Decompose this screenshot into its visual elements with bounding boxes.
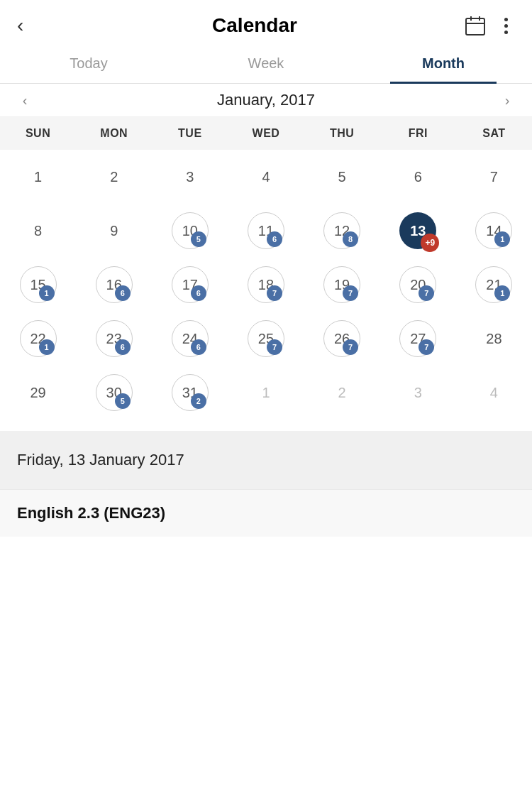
- calendar-cell[interactable]: 257: [228, 312, 304, 366]
- tabs-bar: Today Week Month: [0, 44, 532, 84]
- calendar-cell[interactable]: 246: [152, 312, 228, 366]
- month-navigation: ‹ January, 2017 ›: [0, 84, 532, 117]
- page-title: Calendar: [212, 14, 297, 37]
- more-options-button[interactable]: [498, 14, 515, 37]
- tab-week[interactable]: Week: [177, 44, 355, 83]
- day-header-sat: SAT: [456, 127, 532, 140]
- selected-date-text: Friday, 13 January 2017: [17, 451, 184, 469]
- calendar-cell[interactable]: 305: [76, 366, 152, 420]
- calendar-cell[interactable]: 141: [456, 204, 532, 258]
- calendar-cell[interactable]: 7: [456, 150, 532, 204]
- calendar-cell[interactable]: 176: [152, 258, 228, 312]
- calendar-cell[interactable]: 151: [0, 258, 76, 312]
- prev-month-button[interactable]: ‹: [14, 92, 35, 109]
- calendar-cell[interactable]: 4: [228, 150, 304, 204]
- calendar-cell[interactable]: 9: [76, 204, 152, 258]
- calendar-cell[interactable]: 312: [152, 366, 228, 420]
- calendar-cell[interactable]: 29: [0, 366, 76, 420]
- day-header-sun: SUN: [0, 127, 76, 140]
- bottom-event-title: English 2.3 (ENG23): [17, 504, 165, 522]
- calendar-cell[interactable]: 1: [0, 150, 76, 204]
- calendar-grid: 12345678910511612813+9141151166176187197…: [0, 150, 532, 427]
- calendar-cell[interactable]: 2: [304, 366, 380, 420]
- calendar-cell[interactable]: 105: [152, 204, 228, 258]
- calendar-cell[interactable]: 1: [228, 366, 304, 420]
- calendar-cell[interactable]: 221: [0, 312, 76, 366]
- calendar-cell[interactable]: 207: [380, 258, 456, 312]
- selected-date-bar: Friday, 13 January 2017: [0, 431, 532, 489]
- calendar-cell[interactable]: 197: [304, 258, 380, 312]
- svg-rect-0: [466, 18, 484, 35]
- calendar-cell[interactable]: 267: [304, 312, 380, 366]
- day-header-fri: FRI: [380, 127, 456, 140]
- calendar-cell[interactable]: 211: [456, 258, 532, 312]
- calendar-cell[interactable]: 13+9: [380, 204, 456, 258]
- calendar-cell[interactable]: 28: [456, 312, 532, 366]
- day-header-wed: WED: [228, 127, 304, 140]
- bottom-event-bar: English 2.3 (ENG23): [0, 489, 532, 537]
- calendar-cell[interactable]: 4: [456, 366, 532, 420]
- header-icons: [464, 14, 515, 37]
- day-header-tue: TUE: [152, 127, 228, 140]
- day-header-mon: MON: [76, 127, 152, 140]
- calendar-cell[interactable]: 236: [76, 312, 152, 366]
- calendar-cell[interactable]: 2: [76, 150, 152, 204]
- calendar-cell[interactable]: 6: [380, 150, 456, 204]
- day-headers: SUN MON TUE WED THU FRI SAT: [0, 117, 532, 150]
- calendar-cell[interactable]: 3: [152, 150, 228, 204]
- calendar-cell[interactable]: 277: [380, 312, 456, 366]
- calendar-cell[interactable]: 187: [228, 258, 304, 312]
- tab-month[interactable]: Month: [355, 44, 532, 83]
- calendar-icon[interactable]: [464, 14, 487, 37]
- calendar-cell[interactable]: 166: [76, 258, 152, 312]
- next-month-button[interactable]: ›: [497, 92, 518, 109]
- month-title: January, 2017: [217, 91, 315, 109]
- header: ‹ Calendar: [0, 0, 532, 44]
- calendar-cell[interactable]: 3: [380, 366, 456, 420]
- calendar-cell[interactable]: 5: [304, 150, 380, 204]
- calendar-cell[interactable]: 128: [304, 204, 380, 258]
- day-header-thu: THU: [304, 127, 380, 140]
- back-button[interactable]: ‹: [17, 14, 45, 37]
- calendar-cell[interactable]: 8: [0, 204, 76, 258]
- tab-today[interactable]: Today: [0, 44, 177, 83]
- calendar-cell[interactable]: 116: [228, 204, 304, 258]
